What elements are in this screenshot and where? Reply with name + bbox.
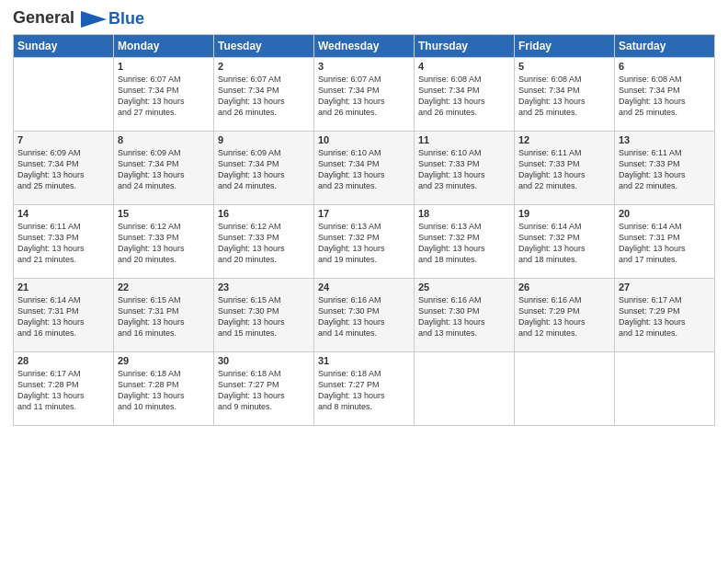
day-number: 11 <box>418 134 510 145</box>
calendar-week-1: 1Sunrise: 6:07 AM Sunset: 7:34 PM Daylig… <box>14 58 715 132</box>
calendar-cell: 6Sunrise: 6:08 AM Sunset: 7:34 PM Daylig… <box>615 58 715 132</box>
calendar-cell: 18Sunrise: 6:13 AM Sunset: 7:32 PM Dayli… <box>415 205 515 279</box>
cell-content: Sunrise: 6:13 AM Sunset: 7:32 PM Dayligh… <box>318 221 410 266</box>
calendar-cell: 3Sunrise: 6:07 AM Sunset: 7:34 PM Daylig… <box>314 58 415 132</box>
calendar-cell: 12Sunrise: 6:11 AM Sunset: 7:33 PM Dayli… <box>515 132 615 205</box>
cell-content: Sunrise: 6:16 AM Sunset: 7:30 PM Dayligh… <box>418 294 510 339</box>
cell-content: Sunrise: 6:11 AM Sunset: 7:33 PM Dayligh… <box>619 147 711 192</box>
weekday-header-sunday: Sunday <box>14 35 114 58</box>
day-number: 30 <box>218 355 310 366</box>
cell-content: Sunrise: 6:12 AM Sunset: 7:33 PM Dayligh… <box>118 221 210 266</box>
cell-content: Sunrise: 6:07 AM Sunset: 7:34 PM Dayligh… <box>318 74 410 119</box>
calendar-week-5: 28Sunrise: 6:17 AM Sunset: 7:28 PM Dayli… <box>14 352 715 426</box>
cell-content: Sunrise: 6:18 AM Sunset: 7:27 PM Dayligh… <box>218 368 310 413</box>
calendar-cell: 10Sunrise: 6:10 AM Sunset: 7:34 PM Dayli… <box>314 132 415 205</box>
day-number: 18 <box>418 208 510 219</box>
cell-content: Sunrise: 6:17 AM Sunset: 7:28 PM Dayligh… <box>17 368 109 413</box>
calendar-cell <box>515 352 615 426</box>
cell-content: Sunrise: 6:14 AM Sunset: 7:31 PM Dayligh… <box>17 294 109 339</box>
day-number: 15 <box>118 208 210 219</box>
day-number: 20 <box>619 208 711 219</box>
weekday-header-row: SundayMondayTuesdayWednesdayThursdayFrid… <box>14 35 715 58</box>
weekday-header-thursday: Thursday <box>415 35 515 58</box>
calendar-cell: 25Sunrise: 6:16 AM Sunset: 7:30 PM Dayli… <box>415 279 515 352</box>
calendar-cell: 27Sunrise: 6:17 AM Sunset: 7:29 PM Dayli… <box>615 279 715 352</box>
logo-arrow-icon <box>81 10 107 29</box>
calendar-cell: 17Sunrise: 6:13 AM Sunset: 7:32 PM Dayli… <box>314 205 415 279</box>
cell-content: Sunrise: 6:18 AM Sunset: 7:28 PM Dayligh… <box>118 368 210 413</box>
page-header: General Blue <box>13 9 715 29</box>
day-number: 16 <box>218 208 310 219</box>
calendar-cell: 13Sunrise: 6:11 AM Sunset: 7:33 PM Dayli… <box>615 132 715 205</box>
day-number: 23 <box>218 282 310 293</box>
calendar-cell: 21Sunrise: 6:14 AM Sunset: 7:31 PM Dayli… <box>14 279 114 352</box>
cell-content: Sunrise: 6:15 AM Sunset: 7:31 PM Dayligh… <box>118 294 210 339</box>
cell-content: Sunrise: 6:12 AM Sunset: 7:33 PM Dayligh… <box>218 221 310 266</box>
calendar-cell <box>14 58 114 132</box>
calendar-cell: 1Sunrise: 6:07 AM Sunset: 7:34 PM Daylig… <box>114 58 214 132</box>
calendar-cell: 28Sunrise: 6:17 AM Sunset: 7:28 PM Dayli… <box>14 352 114 426</box>
calendar-cell: 14Sunrise: 6:11 AM Sunset: 7:33 PM Dayli… <box>14 205 114 279</box>
calendar-cell: 8Sunrise: 6:09 AM Sunset: 7:34 PM Daylig… <box>114 132 214 205</box>
cell-content: Sunrise: 6:10 AM Sunset: 7:33 PM Dayligh… <box>418 147 510 192</box>
weekday-header-friday: Friday <box>515 35 615 58</box>
calendar-cell: 5Sunrise: 6:08 AM Sunset: 7:34 PM Daylig… <box>515 58 615 132</box>
calendar-week-3: 14Sunrise: 6:11 AM Sunset: 7:33 PM Dayli… <box>14 205 715 279</box>
calendar-cell <box>415 352 515 426</box>
cell-content: Sunrise: 6:09 AM Sunset: 7:34 PM Dayligh… <box>218 147 310 192</box>
day-number: 28 <box>17 355 109 366</box>
day-number: 24 <box>318 282 410 293</box>
day-number: 22 <box>118 282 210 293</box>
cell-content: Sunrise: 6:14 AM Sunset: 7:31 PM Dayligh… <box>619 221 711 266</box>
logo: General Blue <box>13 9 144 29</box>
day-number: 21 <box>17 282 109 293</box>
day-number: 5 <box>518 61 610 72</box>
day-number: 14 <box>17 208 109 219</box>
day-number: 2 <box>218 61 310 72</box>
calendar-cell: 16Sunrise: 6:12 AM Sunset: 7:33 PM Dayli… <box>214 205 314 279</box>
calendar-cell: 26Sunrise: 6:16 AM Sunset: 7:29 PM Dayli… <box>515 279 615 352</box>
calendar-cell: 7Sunrise: 6:09 AM Sunset: 7:34 PM Daylig… <box>14 132 114 205</box>
weekday-header-monday: Monday <box>114 35 214 58</box>
cell-content: Sunrise: 6:11 AM Sunset: 7:33 PM Dayligh… <box>518 147 610 192</box>
day-number: 12 <box>518 134 610 145</box>
cell-content: Sunrise: 6:15 AM Sunset: 7:30 PM Dayligh… <box>218 294 310 339</box>
calendar-cell: 30Sunrise: 6:18 AM Sunset: 7:27 PM Dayli… <box>214 352 314 426</box>
weekday-header-saturday: Saturday <box>615 35 715 58</box>
cell-content: Sunrise: 6:08 AM Sunset: 7:34 PM Dayligh… <box>518 74 610 119</box>
cell-content: Sunrise: 6:07 AM Sunset: 7:34 PM Dayligh… <box>118 74 210 119</box>
cell-content: Sunrise: 6:08 AM Sunset: 7:34 PM Dayligh… <box>418 74 510 119</box>
day-number: 8 <box>118 134 210 145</box>
day-number: 7 <box>17 134 109 145</box>
day-number: 13 <box>619 134 711 145</box>
calendar-cell: 19Sunrise: 6:14 AM Sunset: 7:32 PM Dayli… <box>515 205 615 279</box>
calendar-cell: 20Sunrise: 6:14 AM Sunset: 7:31 PM Dayli… <box>615 205 715 279</box>
logo-general-text: General <box>13 8 74 27</box>
calendar-cell: 2Sunrise: 6:07 AM Sunset: 7:34 PM Daylig… <box>214 58 314 132</box>
calendar-cell: 15Sunrise: 6:12 AM Sunset: 7:33 PM Dayli… <box>114 205 214 279</box>
svg-marker-0 <box>81 11 107 28</box>
calendar-cell: 24Sunrise: 6:16 AM Sunset: 7:30 PM Dayli… <box>314 279 415 352</box>
calendar-cell: 22Sunrise: 6:15 AM Sunset: 7:31 PM Dayli… <box>114 279 214 352</box>
cell-content: Sunrise: 6:17 AM Sunset: 7:29 PM Dayligh… <box>619 294 711 339</box>
day-number: 26 <box>518 282 610 293</box>
day-number: 10 <box>318 134 410 145</box>
day-number: 3 <box>318 61 410 72</box>
day-number: 27 <box>619 282 711 293</box>
day-number: 4 <box>418 61 510 72</box>
cell-content: Sunrise: 6:08 AM Sunset: 7:34 PM Dayligh… <box>619 74 711 119</box>
calendar-week-2: 7Sunrise: 6:09 AM Sunset: 7:34 PM Daylig… <box>14 132 715 205</box>
calendar-cell: 4Sunrise: 6:08 AM Sunset: 7:34 PM Daylig… <box>415 58 515 132</box>
calendar-table: SundayMondayTuesdayWednesdayThursdayFrid… <box>13 34 715 426</box>
day-number: 9 <box>218 134 310 145</box>
day-number: 1 <box>118 61 210 72</box>
cell-content: Sunrise: 6:13 AM Sunset: 7:32 PM Dayligh… <box>418 221 510 266</box>
calendar-week-4: 21Sunrise: 6:14 AM Sunset: 7:31 PM Dayli… <box>14 279 715 352</box>
weekday-header-tuesday: Tuesday <box>214 35 314 58</box>
day-number: 17 <box>318 208 410 219</box>
calendar-cell: 29Sunrise: 6:18 AM Sunset: 7:28 PM Dayli… <box>114 352 214 426</box>
calendar-cell: 23Sunrise: 6:15 AM Sunset: 7:30 PM Dayli… <box>214 279 314 352</box>
calendar-cell: 31Sunrise: 6:18 AM Sunset: 7:27 PM Dayli… <box>314 352 415 426</box>
cell-content: Sunrise: 6:11 AM Sunset: 7:33 PM Dayligh… <box>17 221 109 266</box>
calendar-cell: 11Sunrise: 6:10 AM Sunset: 7:33 PM Dayli… <box>415 132 515 205</box>
